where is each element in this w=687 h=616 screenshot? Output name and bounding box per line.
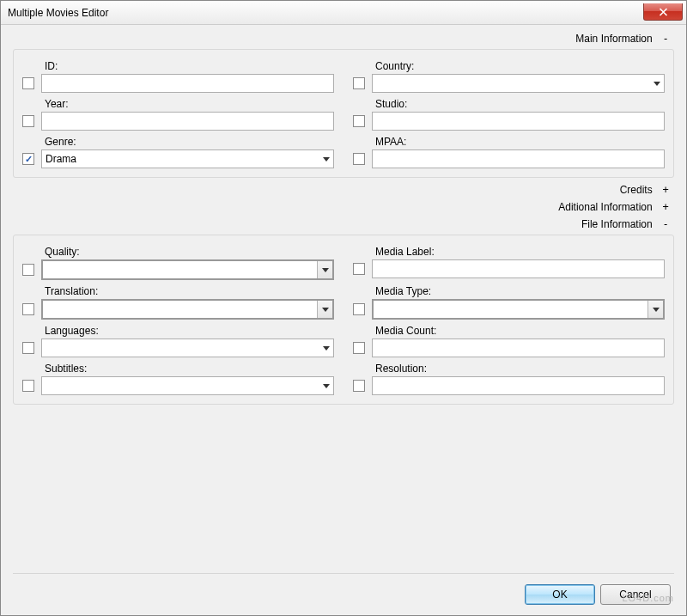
genre-checkbox[interactable] bbox=[22, 153, 34, 165]
media-count-checkbox[interactable] bbox=[353, 342, 365, 354]
year-label: Year: bbox=[45, 98, 334, 110]
languages-combo[interactable] bbox=[41, 338, 334, 357]
id-input[interactable] bbox=[41, 74, 334, 93]
languages-label: Languages: bbox=[45, 325, 334, 337]
ok-button[interactable]: OK bbox=[525, 584, 595, 605]
media-label-checkbox[interactable] bbox=[353, 263, 365, 275]
chevron-down-icon[interactable] bbox=[319, 150, 333, 168]
section-header-credits[interactable]: Credits + bbox=[13, 181, 674, 198]
section-label: Main Information bbox=[575, 33, 652, 45]
window: Multiple Movies Editor Main Information … bbox=[0, 0, 687, 616]
quality-checkbox[interactable] bbox=[22, 264, 34, 276]
year-input[interactable] bbox=[41, 112, 334, 131]
footer-separator bbox=[13, 573, 674, 574]
mpaa-label: MPAA: bbox=[375, 136, 665, 148]
studio-label: Studio: bbox=[375, 98, 665, 110]
languages-checkbox[interactable] bbox=[22, 342, 34, 354]
studio-checkbox[interactable] bbox=[353, 115, 365, 127]
translation-label: Translation: bbox=[45, 285, 334, 297]
media-label-label: Media Label: bbox=[375, 246, 665, 258]
resolution-label: Resolution: bbox=[375, 363, 665, 375]
collapse-icon: - bbox=[660, 33, 671, 45]
section-header-file[interactable]: File Information - bbox=[13, 216, 674, 233]
subtitles-combo[interactable] bbox=[41, 376, 334, 395]
chevron-down-icon[interactable] bbox=[317, 301, 332, 318]
mpaa-checkbox[interactable] bbox=[353, 153, 365, 165]
close-icon bbox=[659, 8, 668, 16]
media-type-label: Media Type: bbox=[375, 285, 665, 297]
section-header-main[interactable]: Main Information - bbox=[13, 30, 674, 47]
section-label: File Information bbox=[581, 218, 653, 230]
country-combo[interactable] bbox=[372, 74, 665, 93]
resolution-input[interactable] bbox=[372, 376, 665, 395]
content-area: Main Information - ID: Country: bbox=[1, 25, 686, 615]
genre-label: Genre: bbox=[45, 136, 334, 148]
translation-checkbox[interactable] bbox=[22, 303, 34, 315]
subtitles-label: Subtitles: bbox=[45, 363, 334, 375]
window-title: Multiple Movies Editor bbox=[8, 7, 108, 19]
media-label-input[interactable] bbox=[372, 259, 665, 278]
quality-label: Quality: bbox=[45, 246, 334, 258]
section-label: Credits bbox=[620, 184, 653, 196]
subtitles-checkbox[interactable] bbox=[22, 380, 34, 392]
studio-input[interactable] bbox=[372, 112, 665, 131]
chevron-down-icon[interactable] bbox=[647, 301, 663, 318]
country-checkbox[interactable] bbox=[353, 77, 365, 89]
collapse-icon: - bbox=[660, 218, 671, 230]
section-header-additional[interactable]: Aditional Information + bbox=[13, 198, 674, 216]
year-checkbox[interactable] bbox=[22, 115, 34, 127]
resolution-checkbox[interactable] bbox=[353, 380, 365, 392]
country-label: Country: bbox=[375, 60, 665, 72]
main-information-panel: ID: Country: bbox=[13, 49, 674, 178]
titlebar: Multiple Movies Editor bbox=[1, 1, 686, 25]
media-count-input[interactable] bbox=[372, 338, 665, 357]
expand-icon: + bbox=[660, 184, 671, 196]
quality-combo[interactable] bbox=[41, 259, 334, 280]
close-button[interactable] bbox=[643, 3, 683, 21]
chevron-down-icon[interactable] bbox=[317, 261, 332, 278]
media-count-label: Media Count: bbox=[375, 325, 665, 337]
cancel-button[interactable]: Cancel bbox=[600, 584, 671, 605]
file-information-panel: Quality: Media Label: bbox=[13, 235, 674, 405]
genre-combo[interactable]: Drama bbox=[41, 149, 334, 168]
id-label: ID: bbox=[45, 60, 334, 72]
mpaa-input[interactable] bbox=[372, 149, 665, 168]
footer-buttons: OK Cancel bbox=[525, 584, 671, 605]
media-type-checkbox[interactable] bbox=[353, 303, 365, 315]
expand-icon: + bbox=[660, 201, 671, 213]
chevron-down-icon[interactable] bbox=[650, 75, 664, 92]
chevron-down-icon[interactable] bbox=[319, 339, 333, 357]
translation-combo[interactable] bbox=[41, 299, 334, 320]
chevron-down-icon[interactable] bbox=[319, 377, 333, 394]
id-checkbox[interactable] bbox=[22, 77, 34, 89]
media-type-combo[interactable] bbox=[372, 299, 665, 320]
section-label: Aditional Information bbox=[558, 201, 652, 213]
